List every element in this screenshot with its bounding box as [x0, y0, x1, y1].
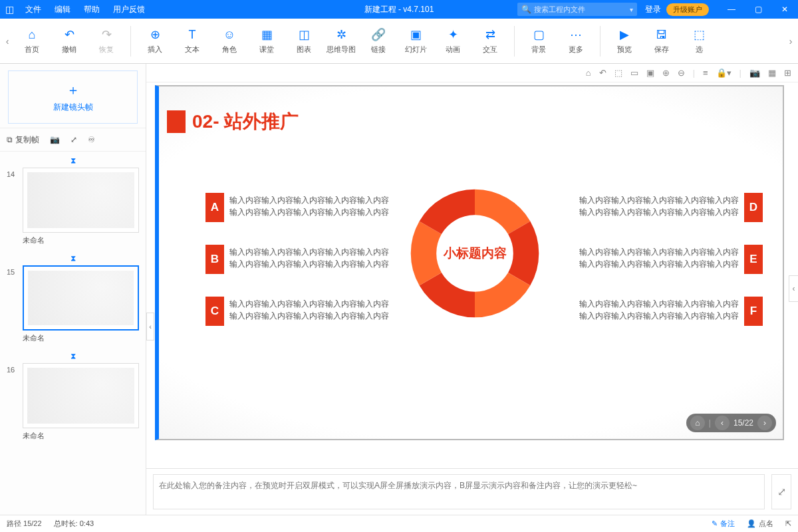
window-maximize[interactable]: ▢ [745, 0, 771, 19]
slide-nav-home[interactable]: ⌂ [690, 416, 705, 430]
幻灯片-icon: ▣ [408, 27, 423, 42]
tool-幻灯片[interactable]: ▣幻灯片 [397, 19, 434, 63]
预览-icon: ▶ [617, 27, 632, 42]
timeline-icon[interactable]: ⧗ [7, 351, 139, 360]
ribbon-nav-left[interactable]: ‹ [1, 36, 13, 47]
fit-page-icon[interactable]: ▣ [646, 68, 654, 78]
tag-B[interactable]: B [205, 245, 224, 274]
tag-C[interactable]: C [205, 297, 224, 326]
window-title: 新建工程 - v4.7.101 [364, 4, 434, 15]
notes-input[interactable] [153, 474, 765, 509]
tool-课堂[interactable]: ▦课堂 [248, 19, 285, 63]
status-click-button[interactable]: 👤点名 [747, 519, 773, 529]
插入-icon: ⊕ [148, 27, 162, 42]
tag-D[interactable]: D [744, 193, 763, 222]
图表-icon: ◫ [297, 27, 311, 42]
search-input[interactable] [534, 5, 630, 13]
timeline-icon[interactable]: ⧗ [7, 156, 139, 165]
status-notes-button[interactable]: ✎备注 [712, 519, 735, 529]
segmented-ring[interactable]: 小标题内容 [404, 182, 546, 325]
tool-选[interactable]: ⬚选 [680, 19, 718, 63]
slide-nav-prev[interactable]: ‹ [715, 416, 730, 430]
tool-链接[interactable]: 🔗链接 [360, 19, 397, 63]
tool-撤销[interactable]: ↶撤销 [51, 19, 88, 63]
tool-插入[interactable]: ⊕插入 [136, 19, 174, 63]
text-C[interactable]: 输入内容输入内容输入内容输入内容输入内容输入内容输入内容输入内容输入内容输入内容 [229, 298, 397, 322]
text-F[interactable]: 输入内容输入内容输入内容输入内容输入内容输入内容输入内容输入内容输入内容输入内容 [571, 298, 739, 322]
tool-交互[interactable]: ⇄交互 [471, 19, 509, 63]
lock-icon[interactable]: 🔒▾ [716, 68, 732, 78]
path-button[interactable]: ♾ [88, 135, 95, 144]
upgrade-button[interactable]: 升级账户 [666, 3, 709, 16]
align-icon[interactable]: ≡ [703, 68, 708, 78]
sidepanel-collapse[interactable]: ‹ [146, 313, 154, 340]
menu-edit[interactable]: 编辑 [48, 4, 77, 15]
tool-背景[interactable]: ▢背景 [520, 19, 557, 63]
zoom-out-icon[interactable]: ⊖ [678, 68, 685, 78]
status-export-button[interactable]: ⇱ [785, 519, 791, 528]
canvas[interactable]: 02- 站外推广 小标题内容 A 输入内 [146, 82, 798, 468]
home-icon[interactable]: ⌂ [586, 68, 591, 78]
copy-frame-button[interactable]: ⧉复制帧 [7, 134, 39, 146]
new-frame-button[interactable]: ＋ 新建镜头帧 [8, 70, 138, 124]
copy-icon: ⧉ [7, 135, 13, 144]
search-box[interactable]: 🔍 ▾ [517, 3, 637, 16]
tool-预览[interactable]: ▶预览 [606, 19, 643, 63]
thumb-14[interactable] [23, 168, 139, 233]
tool-恢复[interactable]: ↷恢复 [88, 19, 125, 63]
ribbon-nav-right[interactable]: › [785, 36, 797, 47]
camera-button[interactable]: 📷 [50, 135, 60, 144]
背景-icon: ▢ [531, 27, 546, 42]
grid-icon[interactable]: ⊞ [784, 68, 791, 78]
tool-图表[interactable]: ◫图表 [285, 19, 323, 63]
rotate-right-icon[interactable]: ⬚ [614, 68, 622, 78]
tag-E[interactable]: E [744, 245, 763, 274]
tool-文本[interactable]: T文本 [174, 19, 211, 63]
thumb-label: 未命名 [23, 431, 139, 441]
tool-角色[interactable]: ☺角色 [211, 19, 248, 63]
text-D[interactable]: 输入内容输入内容输入内容输入内容输入内容输入内容输入内容输入内容输入内容输入内容 [571, 194, 739, 218]
login-link[interactable]: 登录 [645, 4, 661, 15]
slide-title[interactable]: 02- 站外推广 [192, 109, 299, 134]
menu-help[interactable]: 帮助 [77, 4, 106, 15]
timeline-icon[interactable]: ⧗ [7, 253, 139, 263]
frame-tools: ⧉复制帧 📷 ⤢ ♾ [0, 128, 146, 152]
thumb-number: 15 [7, 265, 19, 331]
text-B[interactable]: 输入内容输入内容输入内容输入内容输入内容输入内容输入内容输入内容输入内容输入内容 [229, 246, 397, 270]
zoom-in-icon[interactable]: ⊕ [662, 68, 670, 78]
ring-center-label[interactable]: 小标题内容 [404, 182, 546, 325]
menu-feedback[interactable]: 用户反馈 [106, 4, 152, 15]
slide[interactable]: 02- 站外推广 小标题内容 A 输入内 [155, 85, 784, 440]
课堂-icon: ▦ [259, 27, 274, 42]
链接-icon: 🔗 [371, 27, 386, 42]
fit-button[interactable]: ⤢ [70, 135, 77, 144]
tool-更多[interactable]: ⋯更多 [557, 19, 595, 63]
layers-icon[interactable]: ▦ [768, 68, 776, 78]
tool-首页[interactable]: ⌂首页 [13, 19, 51, 63]
search-caret-icon[interactable]: ▾ [630, 6, 633, 13]
tag-F[interactable]: F [744, 297, 763, 326]
slide-nav-next[interactable]: › [757, 416, 772, 430]
fit-width-icon[interactable]: ▭ [630, 68, 638, 78]
person-icon: 👤 [747, 519, 756, 528]
right-panel-collapse[interactable]: ‹ [789, 275, 798, 302]
tool-思维导图[interactable]: ✲思维导图 [323, 19, 360, 63]
window-close[interactable]: ✕ [771, 0, 798, 19]
rotate-left-icon[interactable]: ↶ [599, 68, 606, 78]
window-minimize[interactable]: — [718, 0, 745, 19]
thumb-15[interactable] [23, 265, 139, 331]
text-E[interactable]: 输入内容输入内容输入内容输入内容输入内容输入内容输入内容输入内容输入内容输入内容 [571, 246, 739, 270]
titlebar: ◫ 文件 编辑 帮助 用户反馈 新建工程 - v4.7.101 🔍 ▾ 登录 升… [0, 0, 798, 19]
snapshot-icon[interactable]: 📷 [749, 68, 760, 78]
tool-动画[interactable]: ✦动画 [434, 19, 471, 63]
header-accent-square [167, 110, 186, 133]
slide-counter: 15/22 [733, 418, 753, 428]
选-icon: ⬚ [692, 27, 706, 42]
menu-file[interactable]: 文件 [19, 4, 48, 15]
notes-expand[interactable]: ⤢ [771, 474, 791, 509]
text-A[interactable]: 输入内容输入内容输入内容输入内容输入内容输入内容输入内容输入内容输入内容输入内容 [229, 194, 397, 218]
tool-保存[interactable]: 🖫保存 [643, 19, 680, 63]
camera-icon: 📷 [50, 135, 60, 144]
thumb-16[interactable] [23, 363, 139, 428]
tag-A[interactable]: A [205, 193, 224, 222]
